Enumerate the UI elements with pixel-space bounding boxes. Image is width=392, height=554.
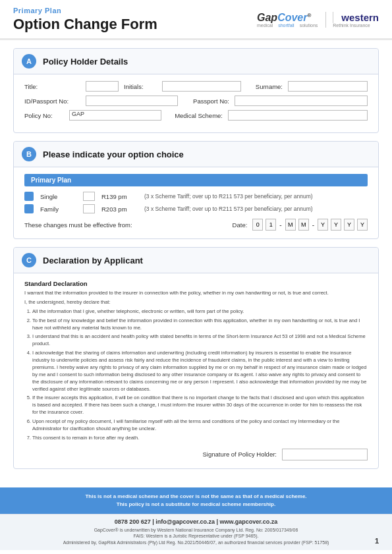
signature-input[interactable] — [282, 449, 368, 460]
decl-item-7: This consent is to remain in force after… — [32, 435, 368, 442]
disclaimer-bar: This is not a medical scheme and the cov… — [0, 487, 392, 514]
form-row-title: Title: Initials: Surname: — [24, 81, 368, 92]
western-sub: Rethink Insurance — [333, 23, 379, 28]
policy-value: GAP — [72, 111, 84, 117]
decl-item-5: If the insurer accepts this application,… — [32, 395, 368, 416]
date-box-m2[interactable]: M — [298, 219, 309, 231]
gapcover-logo-group: GapCover® medical shortfall solutions — [257, 13, 318, 28]
section-c-badge: C — [22, 253, 36, 267]
gapcover-tagline: medical shortfall solutions — [257, 23, 318, 28]
date-box-y1[interactable]: Y — [318, 219, 328, 231]
initials-input[interactable] — [162, 81, 241, 92]
medical-scheme-input[interactable] — [228, 110, 368, 121]
decl-intro2: I, the undersigned, hereby declare that: — [24, 299, 368, 306]
surname-label: Surname: — [246, 83, 283, 90]
date-sep-1: - — [279, 221, 282, 229]
surname-input[interactable] — [288, 81, 368, 92]
option-single-row: Single R139 pm (3 x Scheme Tariff; over … — [24, 192, 368, 201]
date-label: Date: — [233, 221, 248, 229]
form-row-id: ID/Passport No: Passport No: — [24, 96, 368, 106]
section-a-header: A Policy Holder Details — [14, 49, 378, 74]
section-b-header: B Please indicate your option choice — [14, 142, 378, 167]
family-select-box[interactable] — [83, 204, 95, 213]
tagline-solutions: solutions — [300, 23, 318, 28]
policy-input[interactable]: GAP — [69, 110, 161, 121]
passport-label: Passport No: — [183, 97, 229, 105]
initials-label: Initials: — [124, 83, 157, 90]
logo-gap: Gap — [257, 12, 277, 23]
section-a: A Policy Holder Details Title: Initials:… — [13, 48, 379, 133]
family-checkbox-icon[interactable] — [24, 204, 34, 213]
date-box-0[interactable]: 0 — [252, 219, 263, 231]
page-number: 1 — [375, 537, 379, 545]
title-input[interactable] — [86, 81, 119, 92]
section-b-badge: B — [22, 147, 36, 161]
gapcover-logo: GapCover® — [257, 13, 318, 23]
footer-info-3: Administered by, GapRisk Administrators … — [13, 540, 379, 546]
passport-input[interactable] — [235, 96, 368, 106]
option-family-row: Family R203 pm (3 x Scheme Tariff; over … — [24, 204, 368, 213]
date-sep-2: - — [312, 221, 315, 229]
section-c-header: C Declaration by Applicant — [14, 248, 378, 273]
plan-header: Primary Plan — [24, 174, 368, 186]
section-a-badge: A — [22, 54, 36, 69]
date-box-y2[interactable]: Y — [331, 219, 341, 231]
date-box-y4[interactable]: Y — [357, 219, 368, 231]
header: Primary Plan Option Change Form GapCover… — [0, 0, 392, 40]
tagline-medical: medical — [257, 23, 273, 28]
western-logo-group: western Rethink Insurance — [325, 12, 379, 28]
decl-intro1: I warrant that the information provided … — [24, 290, 368, 297]
date-box-y3[interactable]: Y — [344, 219, 354, 231]
date-row: These changes must be effective from: Da… — [24, 219, 368, 231]
date-box-1[interactable]: 1 — [266, 219, 276, 231]
policy-label: Policy No: — [24, 112, 64, 119]
content-area: A Policy Holder Details Title: Initials:… — [0, 40, 392, 485]
footer-info-2: FAIS: Western is a Juristic Representati… — [13, 533, 379, 540]
footer-contact: 0878 200 627 | info@gapcover.co.za | www… — [13, 518, 379, 525]
decl-list: All the information that I give, whether… — [24, 308, 368, 442]
footer: 0878 200 627 | info@gapcover.co.za | www… — [0, 514, 392, 550]
form-row-policy: Policy No: GAP Medical Scheme: — [24, 110, 368, 121]
decl-item-4: I acknowledge that the sharing of claims… — [32, 350, 368, 393]
decl-item-1: All the information that I give, whether… — [32, 308, 368, 316]
signature-row: Signature of Policy Holder: — [24, 449, 368, 460]
decl-item-6: Upon receipt of my policy document, I wi… — [32, 418, 368, 433]
section-b: B Please indicate your option choice Pri… — [13, 141, 379, 239]
header-right: GapCover® medical shortfall solutions we… — [257, 12, 379, 28]
decl-item-2: To the best of my knowledge and belief t… — [32, 318, 368, 332]
tagline-shortfall: shortfall — [278, 23, 294, 28]
single-desc: (3 x Scheme Tariff; over up to R211 573 … — [144, 193, 313, 200]
title-label: Title: — [24, 83, 80, 90]
section-a-body: Title: Initials: Surname: ID/Passport No… — [14, 74, 378, 132]
disclaimer-line2: This policy is not a substitute for medi… — [7, 501, 385, 509]
form-title: Option Change Form — [13, 16, 157, 33]
decl-item-3: I understand that this is an accident an… — [32, 333, 368, 348]
section-c-title: Declaration by Applicant — [43, 256, 143, 265]
family-desc: (3 x Scheme Tariff; over up to R211 573 … — [144, 206, 313, 212]
section-b-title: Please indicate your option choice — [43, 150, 184, 159]
page: Primary Plan Option Change Form GapCover… — [0, 0, 392, 554]
section-b-body: Primary Plan Single R139 pm (3 x Scheme … — [14, 167, 378, 238]
single-label: Single — [40, 193, 76, 200]
footer-info-1: GapCover® is underwritten by Western Nat… — [13, 527, 379, 534]
western-logo: western — [333, 12, 379, 23]
section-c-body: Standard Declaration I warrant that the … — [14, 273, 378, 468]
primary-plan-label: Primary Plan — [13, 7, 157, 14]
family-price: R203 pm — [101, 206, 138, 213]
single-price: R139 pm — [101, 193, 138, 200]
single-select-box[interactable] — [83, 192, 95, 201]
effective-from-label: These changes must be effective from: — [24, 221, 230, 229]
signature-label: Signature of Policy Holder: — [203, 451, 277, 458]
decl-subtitle: Standard Declaration — [24, 280, 368, 287]
id-passport-input[interactable] — [86, 96, 178, 106]
date-box-m1[interactable]: M — [285, 219, 296, 231]
section-c: C Declaration by Applicant Standard Decl… — [13, 247, 379, 469]
medical-scheme-label: Medical Scheme: — [167, 112, 223, 119]
disclaimer-line1: This is not a medical scheme and the cov… — [7, 493, 385, 501]
logo-cover: Cover — [277, 12, 307, 23]
id-passport-label: ID/Passport No: — [24, 97, 80, 105]
section-a-title: Policy Holder Details — [43, 57, 128, 67]
header-left: Primary Plan Option Change Form — [13, 7, 157, 33]
family-label: Family — [40, 206, 76, 213]
single-checkbox-icon[interactable] — [24, 192, 34, 201]
